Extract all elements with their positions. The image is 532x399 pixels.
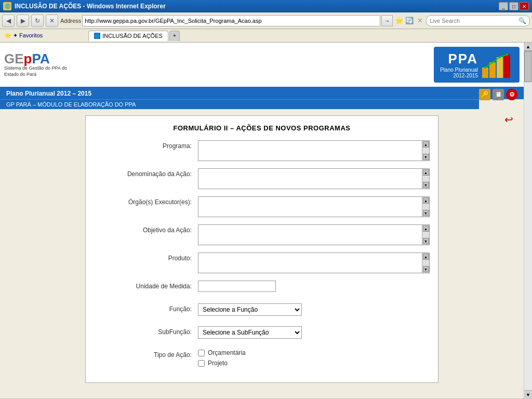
funcao-label: Função: bbox=[94, 303, 198, 313]
scrollbar-thumb[interactable] bbox=[524, 51, 531, 82]
funcao-select[interactable]: Selecione a Função bbox=[198, 303, 302, 316]
refresh-button[interactable]: ↻ bbox=[31, 15, 44, 27]
tab-label: INCLUSÃO DE AÇÕES bbox=[102, 33, 163, 39]
denominacao-textarea-wrap: ▲ ▼ bbox=[198, 168, 430, 189]
settings-icon-button[interactable]: ⚙ bbox=[506, 89, 517, 100]
back-arrow-button[interactable]: ↩ bbox=[504, 113, 513, 126]
favorites-icon[interactable]: ⭐ bbox=[395, 17, 403, 25]
scroll-down-arrow[interactable]: ▼ bbox=[423, 182, 429, 188]
denominacao-label: Denominação da Ação: bbox=[94, 168, 198, 178]
tab-bar: 🌐 INCLUSÃO DE AÇÕES + bbox=[47, 31, 180, 41]
stop-button[interactable]: ✕ bbox=[46, 15, 58, 27]
scroll-down-arrow[interactable]: ▼ bbox=[423, 154, 429, 160]
produto-textarea[interactable] bbox=[198, 253, 429, 273]
produto-textarea-wrap: ▲ ▼ bbox=[198, 252, 430, 273]
search-bar: 🔍 bbox=[426, 15, 530, 26]
form-row-tipo-acao: Tipo de Ação: Orçamentária Projeto bbox=[94, 349, 430, 367]
back-button[interactable]: ◀ bbox=[2, 15, 15, 27]
scrollbar-down-button[interactable]: ▼ bbox=[524, 390, 532, 398]
subfuncao-select[interactable]: Selecione a SubFunção bbox=[198, 326, 302, 339]
orcamentaria-checkbox[interactable] bbox=[198, 350, 205, 356]
window-title-area: 🌐 INCLUSÃO DE AÇÕES - Windows Internet E… bbox=[3, 2, 166, 10]
favorites-label: ✦ Favoritos bbox=[13, 32, 43, 39]
tipo-acao-field: Orçamentária Projeto bbox=[198, 349, 430, 367]
window-icon: 🌐 bbox=[3, 2, 11, 10]
nav-primary-text: Plano Plurianual 2012 – 2015 bbox=[6, 90, 91, 97]
search-input[interactable] bbox=[430, 18, 516, 24]
form-row-produto: Produto: ▲ ▼ bbox=[94, 252, 430, 273]
scroll-down-arrow[interactable]: ▼ bbox=[423, 238, 429, 244]
programa-textarea[interactable] bbox=[198, 141, 429, 161]
favorites-button[interactable]: ⭐ ✦ Favoritos bbox=[4, 32, 43, 39]
scroll-down-arrow[interactable]: ▼ bbox=[423, 210, 429, 216]
maximize-button[interactable]: □ bbox=[509, 2, 518, 10]
refresh-page-icon[interactable]: 🔄 bbox=[405, 17, 414, 25]
minimize-button[interactable]: _ bbox=[499, 2, 508, 10]
address-input[interactable] bbox=[85, 18, 378, 24]
subfuncao-field: Selecione a SubFunção bbox=[198, 326, 430, 339]
scroll-up-arrow[interactable]: ▲ bbox=[423, 141, 429, 148]
scroll-up-arrow[interactable]: ▲ bbox=[423, 254, 429, 260]
produto-label: Produto: bbox=[94, 252, 198, 262]
logo-pa: PA bbox=[32, 51, 49, 66]
scroll-down-arrow[interactable]: ▼ bbox=[423, 266, 429, 272]
ppa-chart bbox=[482, 52, 513, 78]
scroll-up-arrow[interactable]: ▲ bbox=[423, 169, 429, 176]
nav-secondary-text: GP PARÁ – MÓDULO DE ELABORAÇÃO DO PPA bbox=[6, 101, 136, 108]
tab-inclusao-acoes[interactable]: 🌐 INCLUSÃO DE AÇÕES bbox=[88, 31, 168, 41]
projeto-checkbox[interactable] bbox=[198, 360, 205, 367]
unidade-field bbox=[198, 281, 430, 292]
svg-rect-3 bbox=[504, 55, 510, 78]
address-go-button[interactable]: → bbox=[381, 15, 393, 26]
scrollbar-up-button[interactable]: ▲ bbox=[524, 43, 532, 51]
orgao-textarea-wrap: ▲ ▼ bbox=[198, 196, 430, 217]
stop-loading-icon[interactable]: ✕ bbox=[416, 17, 424, 25]
forward-button[interactable]: ▶ bbox=[17, 15, 29, 27]
objetivo-label: Objetivo da Ação: bbox=[94, 224, 198, 234]
favorites-bar: ⭐ ✦ Favoritos 🌐 INCLUSÃO DE AÇÕES + bbox=[0, 29, 532, 43]
search-icon-button[interactable]: 🔍 bbox=[518, 17, 526, 24]
window-controls[interactable]: _ □ ✕ bbox=[499, 2, 529, 10]
subfuncao-label: SubFunção: bbox=[94, 326, 198, 336]
new-tab-button[interactable]: + bbox=[169, 31, 180, 41]
browser-toolbar: ◀ ▶ ↻ ✕ Address → ⭐ 🔄 ✕ 🔍 bbox=[0, 12, 532, 29]
geppa-subtitle-line2: Estado do Pará bbox=[4, 72, 67, 78]
produto-scrollbar: ▲ ▼ bbox=[422, 253, 429, 273]
objetivo-textarea[interactable] bbox=[198, 225, 429, 245]
geppa-logo: GEpPA Sistema de Gestão do PPA do Estado… bbox=[4, 52, 67, 77]
monitor-icon-button[interactable]: 🖥 bbox=[493, 89, 504, 100]
geppa-logo-text: GEpPA bbox=[4, 52, 67, 65]
orgao-textarea[interactable] bbox=[198, 197, 429, 217]
form-row-funcao: Função: Selecione a Função bbox=[94, 303, 430, 319]
key-icon-button[interactable]: 🔑 bbox=[479, 89, 490, 100]
projeto-row: Projeto bbox=[198, 360, 228, 367]
close-button[interactable]: ✕ bbox=[520, 2, 529, 10]
orcamentaria-row: Orçamentária bbox=[198, 349, 246, 356]
window-titlebar: 🌐 INCLUSÃO DE AÇÕES - Windows Internet E… bbox=[0, 0, 532, 12]
form-row-objetivo: Objetivo da Ação: ▲ ▼ bbox=[94, 224, 430, 245]
browser-content: GEpPA Sistema de Gestão do PPA do Estado… bbox=[0, 43, 532, 398]
page-header: GEpPA Sistema de Gestão do PPA do Estado… bbox=[0, 43, 524, 88]
address-bar: Address → bbox=[60, 15, 393, 26]
scroll-up-arrow[interactable]: ▲ bbox=[423, 225, 429, 232]
window-title: INCLUSÃO DE AÇÕES - Windows Internet Exp… bbox=[15, 3, 166, 10]
address-label: Address bbox=[60, 18, 81, 24]
svg-point-6 bbox=[499, 56, 501, 58]
svg-point-4 bbox=[484, 66, 486, 69]
address-input-wrap[interactable] bbox=[82, 15, 380, 26]
funcao-field: Selecione a Função bbox=[198, 303, 430, 316]
geppa-subtitle-line1: Sistema de Gestão do PPA do bbox=[4, 65, 67, 72]
geppa-subtitle: Sistema de Gestão do PPA do Estado do Pa… bbox=[4, 65, 67, 77]
page-scrollbar[interactable]: ▲ ▼ bbox=[524, 43, 532, 398]
form-row-denominacao: Denominação da Ação: ▲ ▼ bbox=[94, 168, 430, 189]
objetivo-scrollbar: ▲ ▼ bbox=[422, 225, 429, 245]
programa-scrollbar: ▲ ▼ bbox=[422, 141, 429, 161]
star-icon: ⭐ bbox=[4, 32, 11, 39]
denominacao-textarea[interactable] bbox=[198, 169, 429, 189]
programa-textarea-wrap: ▲ ▼ bbox=[198, 140, 430, 161]
page-area: GEpPA Sistema de Gestão do PPA do Estado… bbox=[0, 43, 524, 398]
orgao-scrollbar: ▲ ▼ bbox=[422, 197, 429, 217]
logo-e1: E bbox=[15, 51, 23, 66]
unidade-input[interactable] bbox=[198, 281, 276, 292]
scroll-up-arrow[interactable]: ▲ bbox=[423, 197, 429, 204]
